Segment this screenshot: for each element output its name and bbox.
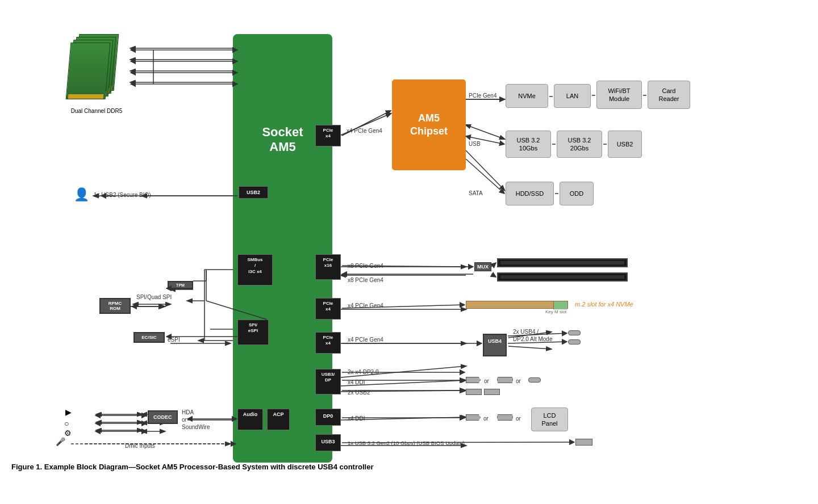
- nvme-box: NVMe: [506, 84, 548, 108]
- usb32-20gbs-box: USB 3.220Gbs: [557, 131, 602, 158]
- usb-a-bios: [575, 439, 592, 446]
- rpmc-rom-chip: RPMCROM: [99, 298, 131, 314]
- ddr5-label: Dual Channel DDR5: [68, 108, 125, 114]
- pcie-x4-top: PCIex4: [315, 125, 341, 146]
- x4-pcie-usb4-label: x4 PCIe Gen4: [348, 337, 383, 343]
- spi-arrows: [131, 300, 176, 309]
- usb2-secure-label: 1x USB2 (Secure BIO): [94, 192, 151, 198]
- usb-label: USB: [469, 141, 481, 147]
- sata-label: SATA: [469, 190, 483, 196]
- odd-box: ODD: [560, 182, 594, 205]
- usb4-altmode-label: 2x USB4 /DP2.0 Alt Mode: [513, 328, 552, 343]
- usb-a-connector-2: [484, 389, 500, 395]
- pcie-x16-box: PCIex16: [315, 254, 341, 280]
- svg-line-58: [491, 263, 496, 267]
- audio-box: Audio: [237, 409, 263, 430]
- pcie-gen4-label-top: PCIe Gen4: [469, 93, 496, 99]
- x4-ddi-label-2: x4 DDI: [348, 415, 365, 422]
- x8-pcie-gen4-2-label: x8 PCIe Gen4: [348, 277, 383, 283]
- acp-box: ACP: [267, 409, 290, 430]
- x8-pcie-gen4-1-label: x8 PCIe Gen4: [348, 263, 383, 269]
- dp-connector-2: [466, 414, 481, 421]
- smbus-box: SMBus/I3C x4: [237, 254, 273, 285]
- usb-c-connector-1: [568, 330, 581, 335]
- usb32-10gbs-box: USB 3.210Gbs: [506, 131, 551, 158]
- usb-a-connector-1: [466, 389, 482, 395]
- block-diagram: Dual Channel DDR5 DRAM Controller DRAM C…: [11, 11, 807, 477]
- pcie-slot-1: [497, 258, 628, 267]
- pcie-x4-3: PCIex4: [315, 332, 341, 354]
- svg-line-53: [466, 159, 504, 194]
- hdmi-connector-1: [497, 377, 513, 383]
- or-label-1: or: [484, 378, 489, 384]
- usb4-chip: USB4: [483, 334, 507, 356]
- figure-caption: Figure 1. Example Block Diagram—Socket A…: [11, 463, 807, 471]
- x4-ddi-label-1: x4 DDI: [348, 379, 365, 385]
- lan-box: LAN: [554, 84, 591, 108]
- usb2-socket-box: USB2: [239, 186, 268, 199]
- mic-icon: ⚙: [64, 429, 72, 438]
- x4-pcie-m2-label: x4 PCIe Gen4: [348, 303, 383, 309]
- or-label-3: or: [483, 415, 489, 422]
- pcie-x4-2: PCIex4: [315, 298, 341, 320]
- espi-arrow: [168, 339, 236, 347]
- hda-label: HDAorSoundWire: [182, 409, 210, 431]
- socket-am5-box: SocketAM5: [233, 34, 332, 463]
- usb2-peripheral-box: USB2: [608, 131, 642, 158]
- hdd-ssd-box: HDD/SSD: [506, 182, 554, 205]
- svg-line-13: [508, 346, 551, 349]
- headphone-icon: ○: [64, 419, 69, 428]
- or-label-2: or: [516, 378, 521, 384]
- dmic-arrows: [68, 438, 236, 450]
- dp20-label: 2x x4 DP2.0: [348, 369, 378, 375]
- key-m-slot-label: Key M slot: [545, 309, 566, 314]
- tpm-chip: TPM: [168, 281, 193, 289]
- dmic-mic-icon: 🎤: [56, 437, 65, 446]
- svg-line-7: [466, 150, 504, 190]
- m2-nvme-label: m.2 slot for x4 NVMe: [575, 301, 633, 308]
- x4-pcie-gen4-top-label: x4 PCIe Gen4: [347, 128, 382, 134]
- m2-slot: [466, 301, 568, 309]
- usb32-gen2-label: 1x USB 3.2 Gen2 (10 Gbps) (USB BIOS Upda…: [348, 440, 465, 446]
- lcd-panel-box: LCDPanel: [531, 408, 568, 431]
- hda-arrows: [94, 409, 148, 437]
- usb-c-connector-2: [568, 339, 581, 345]
- usb2-x2-label: 2x USB2: [348, 389, 370, 396]
- ram-sticks: Dual Channel DDR5: [68, 31, 125, 114]
- hdmi-connector-2: [497, 414, 513, 421]
- usb-c-connector-3: [528, 377, 541, 383]
- svg-line-6: [466, 125, 504, 139]
- or-label-4: or: [516, 415, 521, 422]
- dp-connector-1: [466, 377, 481, 383]
- codec-chip: CODEC: [148, 410, 178, 424]
- usb3-bottom-box: USB3: [315, 434, 341, 451]
- svg-line-59: [491, 274, 496, 277]
- usb3-dp-box: USB3/DP: [315, 369, 341, 394]
- dp0-box: DP0: [315, 409, 341, 426]
- pcie-slot-2: [497, 272, 628, 282]
- speaker-icon: ▶: [65, 408, 72, 417]
- spi-espi-box: SPI/eSPI: [237, 320, 269, 345]
- am5-chipset: AM5 Chipset: [392, 79, 466, 170]
- wifi-bt-box: WiFi/BTModule: [596, 81, 642, 109]
- card-reader-box: CardReader: [648, 81, 690, 109]
- usb-person-icon: 👤: [74, 187, 89, 202]
- ec-sic-chip: EC/SIC: [133, 332, 165, 343]
- mux-box: MUX: [474, 262, 491, 271]
